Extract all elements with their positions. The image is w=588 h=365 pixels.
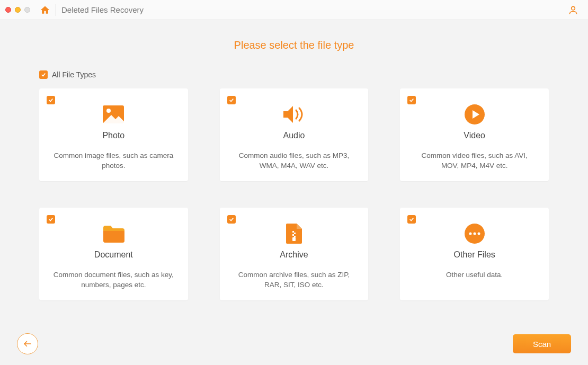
card-checkbox[interactable] — [227, 96, 236, 104]
svg-rect-7 — [294, 236, 296, 237]
scan-button[interactable]: Scan — [513, 334, 571, 353]
heading: Please select the file type — [39, 39, 549, 51]
all-file-types-label: All File Types — [52, 70, 96, 79]
svg-point-0 — [572, 6, 575, 10]
card-icon-wrap — [228, 222, 360, 245]
arrow-left-icon — [23, 339, 32, 349]
card-desc: Other useful data. — [408, 270, 540, 280]
svg-point-10 — [469, 233, 471, 235]
file-type-card-audio[interactable]: Audio Common audio files, such as MP3, W… — [220, 88, 369, 181]
home-button[interactable] — [38, 3, 52, 17]
svg-point-12 — [477, 233, 480, 235]
window-controls — [5, 7, 30, 13]
check-icon — [229, 97, 234, 103]
main-content: Please select the file type All File Typ… — [0, 20, 588, 300]
all-file-types-checkbox[interactable] — [39, 70, 48, 79]
close-window-button[interactable] — [5, 7, 11, 13]
more-icon — [465, 224, 485, 244]
card-desc: Common video files, such as AVI, MOV, MP… — [408, 151, 540, 171]
minimize-window-button[interactable] — [15, 7, 21, 13]
audio-icon — [282, 105, 306, 124]
card-title: Audio — [228, 131, 360, 140]
video-icon — [465, 104, 485, 124]
card-desc: Common image files, such as camera photo… — [48, 151, 180, 171]
folder-icon — [102, 225, 124, 243]
card-checkbox[interactable] — [47, 215, 55, 224]
photo-icon — [103, 105, 124, 123]
zoom-window-button[interactable] — [24, 7, 30, 13]
card-title: Archive — [228, 250, 360, 260]
svg-rect-4 — [292, 231, 294, 233]
card-title: Document — [48, 250, 180, 260]
card-title: Other Files — [408, 250, 540, 260]
title-bar: Deleted Files Recovery — [0, 0, 588, 20]
check-icon — [48, 97, 54, 103]
card-title: Photo — [48, 131, 180, 140]
check-icon — [41, 72, 46, 77]
card-icon-wrap — [48, 222, 180, 245]
page-title: Deleted Files Recovery — [61, 5, 144, 14]
file-type-grid: Photo Common image files, such as camera… — [39, 88, 549, 300]
file-type-card-video[interactable]: Video Common video files, such as AVI, M… — [400, 88, 549, 181]
svg-point-2 — [106, 109, 111, 113]
divider — [56, 4, 56, 16]
svg-rect-8 — [292, 237, 296, 241]
archive-icon — [286, 224, 302, 244]
account-button[interactable] — [566, 3, 581, 17]
file-type-card-archive[interactable]: Archive Common archive files, such as ZI… — [220, 208, 369, 300]
card-title: Video — [408, 131, 540, 140]
check-icon — [229, 217, 234, 222]
file-type-card-document[interactable]: Document Common document files, such as … — [39, 208, 188, 300]
back-button[interactable] — [17, 333, 38, 354]
card-checkbox[interactable] — [407, 215, 416, 224]
check-icon — [409, 97, 414, 103]
card-icon-wrap — [408, 103, 540, 126]
footer: Scan — [0, 323, 588, 365]
file-type-card-photo[interactable]: Photo Common image files, such as camera… — [39, 88, 188, 181]
card-icon-wrap — [228, 103, 360, 126]
svg-rect-6 — [292, 234, 294, 236]
home-icon — [40, 5, 50, 15]
card-checkbox[interactable] — [407, 96, 416, 104]
card-desc: Common archive files, such as ZIP, RAR, … — [228, 270, 360, 290]
svg-rect-5 — [294, 233, 296, 234]
card-desc: Common document files, such as key, numb… — [48, 270, 180, 290]
card-icon-wrap — [48, 103, 180, 126]
all-file-types-row[interactable]: All File Types — [39, 70, 549, 79]
card-icon-wrap — [408, 222, 540, 245]
card-checkbox[interactable] — [47, 96, 55, 104]
card-desc: Common audio files, such as MP3, WMA, M4… — [228, 151, 360, 171]
svg-point-11 — [473, 233, 476, 235]
check-icon — [48, 217, 54, 222]
card-checkbox[interactable] — [227, 215, 236, 224]
check-icon — [409, 217, 414, 222]
user-icon — [568, 5, 578, 15]
file-type-card-other[interactable]: Other Files Other useful data. — [400, 208, 549, 300]
